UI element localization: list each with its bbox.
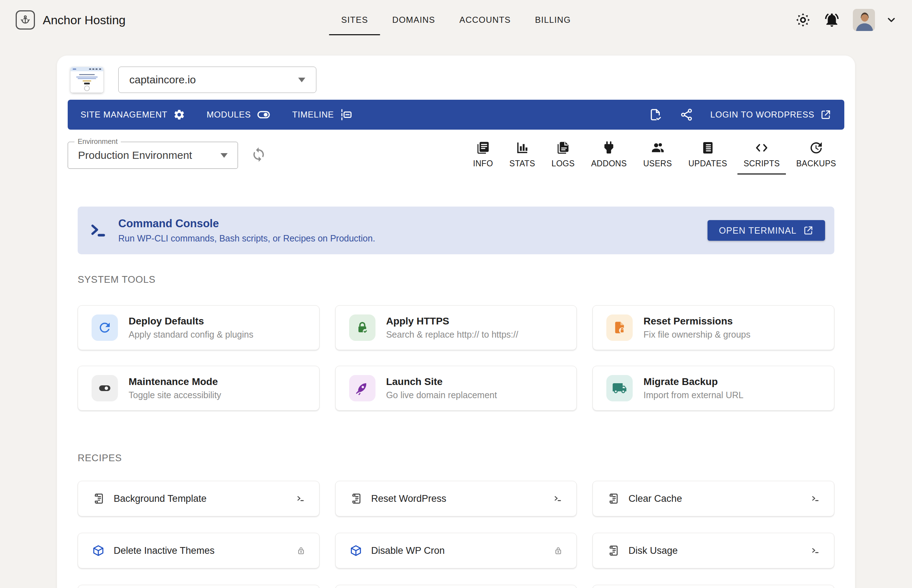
terminal-icon	[553, 493, 564, 504]
recipe-card-clear-cache[interactable]: Clear Cache	[592, 481, 834, 517]
tool-card-apply-https[interactable]: Apply HTTPS Search & replace http:// to …	[335, 305, 577, 350]
news-icon	[475, 141, 490, 155]
site-management-label: SITE MANAGEMENT	[81, 110, 167, 120]
timeline-icon	[340, 108, 353, 121]
tool-title: Apply HTTPS	[386, 315, 518, 327]
recipe-card-background-template[interactable]: Background Template	[78, 481, 320, 517]
command-console-banner: Command Console Run WP-CLI commands, Bas…	[78, 207, 834, 254]
tool-title: Launch Site	[386, 376, 497, 388]
recipe-card-disk-usage[interactable]: Disk Usage	[592, 533, 834, 569]
avatar[interactable]	[853, 9, 875, 31]
restore-clock-icon	[809, 141, 824, 155]
tab-stats[interactable]: STATS	[501, 139, 543, 174]
tab-users[interactable]: USERS	[635, 139, 680, 174]
tool-title: Migrate Backup	[644, 376, 744, 388]
tool-subtitle: Import from external URL	[644, 390, 744, 400]
refresh-icon	[92, 315, 118, 341]
script-scroll-icon	[92, 493, 104, 505]
nav-tab-domains[interactable]: DOMAINS	[380, 0, 447, 40]
login-to-wordpress-button[interactable]: LOGIN TO WORDPRESS	[710, 109, 831, 120]
brightness-icon[interactable]	[795, 12, 811, 28]
recipe-card-reset-wordpress[interactable]: Reset WordPress	[335, 481, 577, 517]
lock-icon	[553, 545, 564, 556]
environment-select[interactable]: Environment Production Environment	[68, 142, 238, 169]
recipe-title: Background Template	[114, 493, 207, 504]
file-check-icon[interactable]	[649, 108, 663, 121]
site-management-button[interactable]: SITE MANAGEMENT	[81, 108, 185, 121]
tool-title: Deploy Defaults	[129, 315, 253, 327]
gear-icon	[173, 108, 185, 121]
brand[interactable]: Anchor Hosting	[16, 0, 125, 40]
recipe-card-partial[interactable]	[335, 585, 577, 588]
file-lock-icon	[606, 315, 633, 341]
script-scroll-icon	[607, 544, 619, 557]
script-scroll-icon	[607, 493, 619, 505]
notifications-bell-icon[interactable]	[824, 12, 840, 28]
recipe-title: Disable WP Cron	[371, 545, 445, 556]
tool-title: Reset Permissions	[644, 315, 750, 327]
tool-subtitle: Toggle site accessibility	[129, 390, 221, 400]
tab-logs[interactable]: LOGS	[543, 139, 583, 174]
modules-label: MODULES	[207, 110, 251, 120]
code-icon	[754, 141, 769, 155]
people-icon	[650, 141, 665, 155]
top-app-bar: Anchor Hosting SITES DOMAINS ACCOUNTS BI…	[0, 0, 912, 40]
open-terminal-button[interactable]: OPEN TERMINAL	[708, 220, 825, 241]
site-select[interactable]: captaincore.io	[118, 66, 316, 93]
terminal-icon	[89, 221, 110, 239]
chevron-down-icon[interactable]	[886, 14, 897, 26]
site-section-tabs: INFO STATS	[465, 139, 844, 174]
console-text: Command Console Run WP-CLI commands, Bas…	[118, 217, 375, 244]
nav-tab-billing[interactable]: BILLING	[523, 0, 583, 40]
share-icon[interactable]	[680, 108, 693, 121]
environment-row: Environment Production Environment	[68, 139, 844, 177]
environment-label: Environment	[74, 137, 121, 146]
recipe-card-disable-wp-cron[interactable]: Disable WP Cron	[335, 533, 577, 569]
recipe-title: Delete Inactive Themes	[114, 545, 215, 556]
console-subtitle: Run WP-CLI commands, Bash scripts, or Re…	[118, 233, 375, 244]
nav-tab-sites[interactable]: SITES	[329, 0, 380, 40]
tool-subtitle: Apply standard config & plugins	[129, 330, 253, 340]
tool-subtitle: Fix file ownership & groups	[644, 330, 750, 340]
open-terminal-label: OPEN TERMINAL	[719, 225, 797, 236]
timeline-button[interactable]: TIMELINE	[292, 108, 353, 121]
console-title: Command Console	[118, 217, 375, 230]
tab-scripts[interactable]: SCRIPTS	[735, 139, 788, 174]
system-tools-grid: Deploy Defaults Apply standard config & …	[78, 305, 834, 410]
nav-tab-accounts[interactable]: ACCOUNTS	[448, 0, 523, 40]
site-thumbnail	[71, 67, 103, 93]
terminal-icon	[810, 493, 821, 504]
site-toolbar: SITE MANAGEMENT MODULES TIMELINE	[68, 100, 844, 130]
tool-card-migrate-backup[interactable]: Migrate Backup Import from external URL	[592, 366, 834, 410]
site-selector-row: captaincore.io	[68, 65, 844, 95]
tool-card-launch-site[interactable]: Launch Site Go live domain replacement	[335, 366, 577, 410]
sync-icon[interactable]	[251, 147, 267, 162]
toolbar-left: SITE MANAGEMENT MODULES TIMELINE	[81, 108, 353, 122]
site-panel: captaincore.io SITE MANAGEMENT MODULES	[57, 56, 855, 588]
package-icon	[350, 544, 362, 557]
recipe-card-partial[interactable]	[592, 585, 834, 588]
system-tools-heading: SYSTEM TOOLS	[78, 274, 834, 285]
script-scroll-icon	[350, 493, 362, 505]
primary-nav: SITES DOMAINS ACCOUNTS BILLING	[329, 0, 583, 40]
tab-addons[interactable]: ADDONS	[583, 139, 635, 174]
tool-title: Maintenance Mode	[129, 376, 221, 388]
recipe-card-partial[interactable]	[78, 585, 320, 588]
toolbar-right: LOGIN TO WORDPRESS	[649, 108, 831, 121]
tab-info[interactable]: INFO	[465, 139, 501, 174]
list-doc-icon	[700, 141, 715, 155]
timeline-label: TIMELINE	[292, 110, 334, 120]
tool-card-deploy-defaults[interactable]: Deploy Defaults Apply standard config & …	[78, 305, 320, 350]
tab-backups[interactable]: BACKUPS	[788, 139, 844, 174]
site-domain: captaincore.io	[129, 74, 196, 86]
tool-card-reset-permissions[interactable]: Reset Permissions Fix file ownership & g…	[592, 305, 834, 350]
recipe-card-delete-inactive-themes[interactable]: Delete Inactive Themes	[78, 533, 320, 569]
terminal-icon	[296, 493, 306, 504]
tab-updates[interactable]: UPDATES	[680, 139, 735, 174]
modules-button[interactable]: MODULES	[207, 108, 271, 122]
terminal-icon	[810, 545, 821, 556]
dropdown-arrow-icon	[220, 153, 228, 158]
recipe-title: Disk Usage	[628, 545, 678, 556]
brand-name: Anchor Hosting	[43, 13, 125, 27]
tool-card-maintenance-mode[interactable]: Maintenance Mode Toggle site accessibili…	[78, 366, 320, 410]
